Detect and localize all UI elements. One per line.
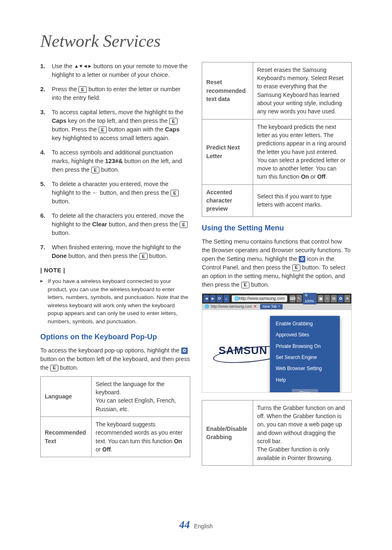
url-bar: 🌐 http://www.samsung.com xyxy=(232,295,287,302)
star-icon: ☆ xyxy=(324,295,330,302)
browser-viewport: SAMSUN Enable Grabbing Approved Sites Pr… xyxy=(202,310,351,392)
opt-val: Select this if you want to type letters … xyxy=(253,184,351,216)
settings-icon: ✿ xyxy=(338,295,344,302)
table-row: Enable/Disable Grabbing Turns the Grabbe… xyxy=(202,400,352,465)
enter-icon: E xyxy=(50,365,58,371)
samsung-logo: SAMSUN xyxy=(219,343,267,359)
step-6: To delete all the characters you entered… xyxy=(40,212,190,237)
pip-icon: ▣ xyxy=(318,295,323,302)
url-text: http://www.samsung.com xyxy=(239,296,285,302)
enter-icon: E xyxy=(139,253,148,260)
opt-val: The keyboard predicts the next letter as… xyxy=(253,119,351,184)
settings-menu-popup: Enable Grabbing Approved Sites Private B… xyxy=(270,316,340,392)
enter-icon: E xyxy=(78,86,87,93)
opt-key: Accented character preview xyxy=(202,184,253,216)
page-title: Network Services xyxy=(0,0,392,62)
right-column: Reset recommended text data Reset erases… xyxy=(202,62,352,472)
setting-menu-intro: The Setting menu contains functions that… xyxy=(202,237,352,289)
enter-icon: E xyxy=(241,282,249,288)
logo-text: SAMSUN xyxy=(219,344,267,357)
page-number: 44 xyxy=(179,519,190,531)
enter-icon: E xyxy=(99,127,107,133)
note-text: If you have a wireless keyboard connecte… xyxy=(40,277,190,325)
browser-screenshot: ◄ ► ⟳ ⌂ 🌐 http://www.samsung.com ⌨ ↖ 🔍 1… xyxy=(202,293,352,393)
nav-fwd-icon: ► xyxy=(210,295,216,302)
close-icon: ✕ xyxy=(344,295,350,302)
page-lang: English xyxy=(194,523,213,529)
step-1: Use the ▲▼◄► buttons on your remote to m… xyxy=(40,62,190,79)
reload-icon: ⟳ xyxy=(217,295,222,302)
browser-toolbar: ◄ ► ⟳ ⌂ 🌐 http://www.samsung.com ⌨ ↖ 🔍 1… xyxy=(202,294,351,304)
keyboard-options-heading: Options on the Keyboard Pop-Up xyxy=(40,331,190,342)
zoom-text: 100% xyxy=(304,299,314,303)
gear-icon: ✿ xyxy=(181,347,188,354)
new-tab-button: New Tab + xyxy=(260,304,283,309)
keyboard-options-table: Language Select the language for the key… xyxy=(40,376,190,457)
step-7: When finished entering, move the highlig… xyxy=(40,243,190,260)
history-icon: ⧉ xyxy=(331,295,337,302)
keyboard-icon: ⌨ xyxy=(290,295,295,302)
menu-item: Private Browsing On xyxy=(270,341,340,352)
note-label: | NOTE | xyxy=(40,266,190,275)
opt-key: Reset recommended text data xyxy=(202,62,253,119)
table-row: Predict Next Letter The keyboard predict… xyxy=(202,119,352,184)
enter-icon: E xyxy=(169,118,178,124)
opt-key: Enable/Disable Grabbing xyxy=(202,400,253,465)
table-row: Language Select the language for the key… xyxy=(41,376,190,417)
menu-item: Set Search Engine xyxy=(270,352,340,363)
browser-tabbar: 🌐 http://www.samsung.com ✕ New Tab + xyxy=(202,304,351,310)
menu-item: Enable Grabbing xyxy=(270,318,340,329)
opt-key: Recommended Text xyxy=(41,417,92,457)
step-2: Press the E button to enter the letter o… xyxy=(40,85,190,102)
cursor-icon: ↖ xyxy=(296,295,302,302)
table-row: Recommended Text The keyboard suggests r… xyxy=(41,417,190,457)
table-row: Accented character preview Select this i… xyxy=(202,184,352,216)
menu-close-button: Close xyxy=(292,389,318,392)
menu-item: Help xyxy=(270,375,340,386)
tab-close-icon: ✕ xyxy=(254,304,257,309)
dpad-arrows-icon: ▲▼◄► xyxy=(74,63,92,70)
home-icon: ⌂ xyxy=(224,295,229,302)
grabbing-table: Enable/Disable Grabbing Turns the Grabbe… xyxy=(202,400,352,466)
step-3: To access capital letters, move the high… xyxy=(40,108,190,143)
opt-val: Turns the Grabber function on and off. W… xyxy=(253,400,351,465)
left-column: Use the ▲▼◄► buttons on your remote to m… xyxy=(40,62,190,472)
enter-icon: E xyxy=(292,265,300,271)
step-5: To delete a character you entered, move … xyxy=(40,180,190,206)
step-4: To access symbols and additional punctua… xyxy=(40,148,190,174)
setting-menu-heading: Using the Setting Menu xyxy=(202,223,352,233)
gear-icon: ✿ xyxy=(299,256,305,262)
opt-key: Predict Next Letter xyxy=(202,119,253,184)
table-row: Reset recommended text data Reset erases… xyxy=(202,62,352,119)
opt-val: The keyboard suggests recommended words … xyxy=(91,417,190,457)
enter-icon: E xyxy=(180,221,188,228)
keyboard-options-table-cont: Reset recommended text data Reset erases… xyxy=(202,62,352,217)
zoom-badge: 🔍 100% xyxy=(303,293,317,304)
nav-back-icon: ◄ xyxy=(203,295,209,302)
opt-val: Reset erases the Samsung Keyboard's memo… xyxy=(253,62,351,119)
enter-icon: E xyxy=(91,167,99,173)
backspace-icon: ← xyxy=(92,189,98,196)
enter-icon: E xyxy=(171,190,179,196)
opt-key: Language xyxy=(41,376,92,417)
keyboard-options-intro: To access the keyboard pop-up options, h… xyxy=(40,346,190,372)
menu-item: Web Browser Setting xyxy=(270,363,340,374)
steps-list: Use the ▲▼◄► buttons on your remote to m… xyxy=(40,62,190,260)
opt-val: Select the language for the keyboard.You… xyxy=(91,376,190,417)
page-footer: 44 English xyxy=(0,517,392,533)
menu-item: Approved Sites xyxy=(270,329,340,341)
tab-url: http://www.samsung.com xyxy=(211,304,252,309)
